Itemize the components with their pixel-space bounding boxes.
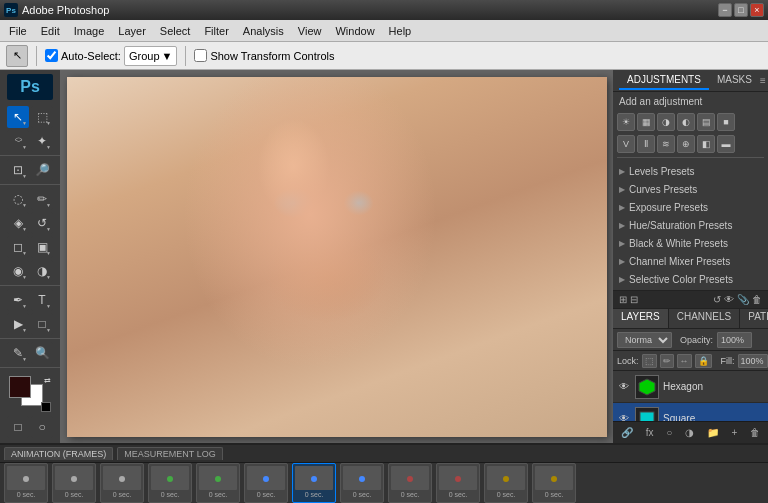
magic-wand-tool[interactable]: ✦▼	[31, 130, 53, 152]
menu-help[interactable]: Help	[382, 23, 419, 39]
lock-all-btn[interactable]: 🔒	[695, 354, 712, 368]
swap-colors[interactable]: ⇄	[44, 376, 51, 385]
adj-channel-mixer[interactable]: ⊕	[677, 135, 695, 153]
adj-icon-trash[interactable]: 🗑	[752, 294, 762, 305]
tab-channels[interactable]: CHANNELS	[669, 309, 740, 328]
delete-layer-btn[interactable]: 🗑	[746, 425, 764, 440]
menu-edit[interactable]: Edit	[34, 23, 67, 39]
quick-mask[interactable]: ○	[31, 416, 53, 438]
menu-select[interactable]: Select	[153, 23, 198, 39]
brush-tool[interactable]: ✏▼	[31, 188, 53, 210]
gradient-tool[interactable]: ▣▼	[31, 236, 53, 258]
default-colors[interactable]	[41, 402, 51, 412]
lock-brush-btn[interactable]: ✏	[660, 354, 674, 368]
preset-curves[interactable]: ▶ Curves Presets	[613, 180, 768, 198]
timeline-frame-6[interactable]: 0 sec.	[244, 463, 288, 503]
lock-move-btn[interactable]: ↔	[677, 354, 692, 368]
timeline-frame-3[interactable]: 0 sec.	[100, 463, 144, 503]
adj-icon-reset[interactable]: ↺	[713, 294, 721, 305]
select-rect-tool[interactable]: ⬚▼	[31, 106, 53, 128]
menu-image[interactable]: Image	[67, 23, 112, 39]
group-dropdown[interactable]: Group ▼	[124, 46, 177, 66]
move-tool[interactable]: ↖▼	[7, 106, 29, 128]
timeline-frame-7[interactable]: 0 sec.	[292, 463, 336, 503]
timeline-frame-2[interactable]: 0 sec.	[52, 463, 96, 503]
lasso-tool[interactable]: ⌔▼	[7, 130, 29, 152]
eyedropper-tool[interactable]: 🔎	[31, 159, 53, 181]
layer-hexagon[interactable]: 👁 Hexagon	[613, 371, 768, 403]
eraser-tool[interactable]: ◻▼	[7, 236, 29, 258]
adj-icon-eye[interactable]: 👁	[724, 294, 734, 305]
text-tool[interactable]: T▼	[31, 289, 53, 311]
new-layer-btn[interactable]: +	[727, 425, 741, 440]
tab-animation-frames[interactable]: ANIMATION (FRAMES)	[4, 447, 113, 460]
adj-hue-sat[interactable]: ■	[717, 113, 735, 131]
clone-tool[interactable]: ◈▼	[7, 212, 29, 234]
adj-photo-filter[interactable]: ≋	[657, 135, 675, 153]
adj-color-balance[interactable]: V	[617, 135, 635, 153]
adj-levels[interactable]: ▦	[637, 113, 655, 131]
menu-window[interactable]: Window	[328, 23, 381, 39]
tab-paths[interactable]: PATHS	[740, 309, 768, 328]
history-brush-tool[interactable]: ↺▼	[31, 212, 53, 234]
adj-gradient-map[interactable]: ◧	[697, 135, 715, 153]
tab-masks[interactable]: MASKS	[709, 71, 760, 90]
tab-layers[interactable]: LAYERS	[613, 309, 669, 328]
preset-hue-sat[interactable]: ▶ Hue/Saturation Presets	[613, 216, 768, 234]
timeline-frame-1[interactable]: 0 sec.	[4, 463, 48, 503]
eye-icon-hexagon[interactable]: 👁	[617, 381, 631, 392]
path-select-tool[interactable]: ▶▼	[7, 313, 29, 335]
auto-select-input[interactable]	[45, 49, 58, 62]
dodge-tool[interactable]: ◑▼	[31, 260, 53, 282]
canvas-image[interactable]	[67, 77, 607, 437]
timeline-frame-11[interactable]: 0 sec.	[484, 463, 528, 503]
show-transform-checkbox[interactable]: Show Transform Controls	[194, 49, 334, 62]
panel-close-button[interactable]: ≡	[760, 75, 766, 86]
title-bar-controls[interactable]: − □ ×	[718, 3, 764, 17]
timeline-frame-12[interactable]: 0 sec.	[532, 463, 576, 503]
timeline-frame-10[interactable]: 0 sec.	[436, 463, 480, 503]
link-layers-btn[interactable]: 🔗	[617, 425, 637, 440]
blur-tool[interactable]: ◉▼	[7, 260, 29, 282]
add-style-btn[interactable]: fx	[642, 425, 658, 440]
preset-channel-mixer[interactable]: ▶ Channel Mixer Presets	[613, 252, 768, 270]
adj-icon-clip[interactable]: 📎	[737, 294, 749, 305]
preset-bw[interactable]: ▶ Black & White Presets	[613, 234, 768, 252]
timeline-frame-5[interactable]: 0 sec.	[196, 463, 240, 503]
fill-input[interactable]	[738, 354, 768, 368]
timeline-frame-9[interactable]: 0 sec.	[388, 463, 432, 503]
menu-file[interactable]: File	[2, 23, 34, 39]
menu-layer[interactable]: Layer	[111, 23, 153, 39]
blend-mode-dropdown[interactable]: Normal Multiply Screen	[617, 332, 672, 348]
tab-measurement-log[interactable]: MEASUREMENT LOG	[117, 447, 222, 460]
adj-posterize[interactable]: ▬	[717, 135, 735, 153]
crop-tool[interactable]: ⊡▼	[7, 159, 29, 181]
minimize-button[interactable]: −	[718, 3, 732, 17]
adj-vibrance[interactable]: ▤	[697, 113, 715, 131]
timeline-frame-4[interactable]: 0 sec.	[148, 463, 192, 503]
layer-square[interactable]: 👁 Square	[613, 403, 768, 421]
eye-icon-square[interactable]: 👁	[617, 413, 631, 421]
add-adjustment-btn[interactable]: ◑	[681, 425, 698, 440]
adj-icon-delete[interactable]: ⊟	[630, 294, 638, 305]
pen-tool[interactable]: ✒▼	[7, 289, 29, 311]
show-transform-input[interactable]	[194, 49, 207, 62]
heal-tool[interactable]: ◌▼	[7, 188, 29, 210]
color-swatches[interactable]: ⇄	[9, 376, 51, 412]
tab-adjustments[interactable]: ADJUSTMENTS	[619, 71, 709, 90]
add-mask-btn[interactable]: ○	[662, 425, 676, 440]
maximize-button[interactable]: □	[734, 3, 748, 17]
foreground-color[interactable]	[9, 376, 31, 398]
preset-selective-color[interactable]: ▶ Selective Color Presets	[613, 270, 768, 288]
normal-mode[interactable]: □	[7, 416, 29, 438]
auto-select-checkbox[interactable]: Auto-Select: Group ▼	[45, 46, 177, 66]
menu-filter[interactable]: Filter	[197, 23, 235, 39]
shape-tool[interactable]: □▼	[31, 313, 53, 335]
timeline-frame-8[interactable]: 0 sec.	[340, 463, 384, 503]
close-button[interactable]: ×	[750, 3, 764, 17]
menu-view[interactable]: View	[291, 23, 329, 39]
menu-analysis[interactable]: Analysis	[236, 23, 291, 39]
opacity-input[interactable]	[717, 332, 752, 348]
adj-exposure[interactable]: ◐	[677, 113, 695, 131]
add-group-btn[interactable]: 📁	[703, 425, 723, 440]
